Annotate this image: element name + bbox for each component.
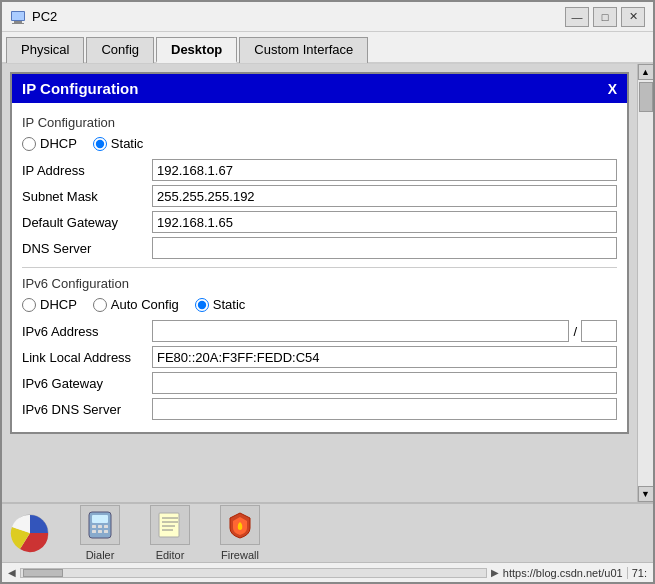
main-window: PC2 — □ ✕ Physical Config Desktop Custom… xyxy=(0,0,655,584)
firewall-svg xyxy=(225,510,255,540)
static-radio[interactable] xyxy=(93,137,107,151)
svg-rect-6 xyxy=(92,515,108,523)
status-url: https://blog.csdn.net/u01 xyxy=(503,567,623,579)
tool-stats[interactable] xyxy=(10,513,50,553)
dns-server-input[interactable] xyxy=(152,237,617,259)
tool-editor[interactable]: Editor xyxy=(150,505,190,561)
scroll-down-button[interactable]: ▼ xyxy=(638,486,654,502)
editor-label: Editor xyxy=(156,549,185,561)
svg-rect-13 xyxy=(159,513,179,537)
ipv6-static-label: Static xyxy=(213,297,246,312)
ipv6-radio-row: DHCP Auto Config Static xyxy=(22,297,617,312)
dialer-label: Dialer xyxy=(86,549,115,561)
static-radio-item[interactable]: Static xyxy=(93,136,144,151)
status-track xyxy=(20,568,487,578)
tab-desktop[interactable]: Desktop xyxy=(156,37,237,63)
scroll-up-button[interactable]: ▲ xyxy=(638,64,654,80)
ipv6-gateway-input[interactable] xyxy=(152,372,617,394)
dhcp-radio[interactable] xyxy=(22,137,36,151)
section2-label: IPv6 Configuration xyxy=(22,276,617,291)
link-local-input[interactable] xyxy=(152,346,617,368)
dhcp-label: DHCP xyxy=(40,136,77,151)
ipv6-dhcp-radio-item[interactable]: DHCP xyxy=(22,297,77,312)
status-scroll-right[interactable]: ▶ xyxy=(491,567,499,578)
static-label: Static xyxy=(111,136,144,151)
tab-bar: Physical Config Desktop Custom Interface xyxy=(2,32,653,64)
svg-rect-12 xyxy=(104,530,108,533)
ip-address-row: IP Address xyxy=(22,159,617,181)
status-thumb[interactable] xyxy=(23,569,63,577)
section1-label: IP Configuration xyxy=(22,115,617,130)
title-bar: PC2 — □ ✕ xyxy=(2,2,653,32)
close-button[interactable]: ✕ xyxy=(621,7,645,27)
bottom-toolbar: Dialer Editor xyxy=(2,502,653,562)
pie-chart-icon xyxy=(10,513,50,553)
minimize-button[interactable]: — xyxy=(565,7,589,27)
ipv6-static-radio[interactable] xyxy=(195,298,209,312)
default-gateway-label: Default Gateway xyxy=(22,215,152,230)
tool-dialer[interactable]: Dialer xyxy=(80,505,120,561)
ipv6-auto-radio[interactable] xyxy=(93,298,107,312)
ip-address-label: IP Address xyxy=(22,163,152,178)
svg-rect-10 xyxy=(92,530,96,533)
firewall-icon xyxy=(220,505,260,545)
ipv6-static-radio-item[interactable]: Static xyxy=(195,297,246,312)
ipv6-dns-row: IPv6 DNS Server xyxy=(22,398,617,420)
subnet-mask-row: Subnet Mask xyxy=(22,185,617,207)
svg-rect-2 xyxy=(12,23,24,24)
subnet-mask-label: Subnet Mask xyxy=(22,189,152,204)
ip-card-header: IP Configuration X xyxy=(12,74,627,103)
ipv6-prefix-input[interactable] xyxy=(581,320,617,342)
ip-address-input[interactable] xyxy=(152,159,617,181)
content-area: IP Configuration X IP Configuration DHCP xyxy=(2,64,653,502)
tab-custom-interface[interactable]: Custom Interface xyxy=(239,37,368,63)
ip-card-title: IP Configuration xyxy=(22,80,138,97)
tab-config[interactable]: Config xyxy=(86,37,154,63)
scroll-thumb[interactable] xyxy=(639,82,653,112)
ipv6-address-row: IPv6 Address / xyxy=(22,320,617,342)
ipv6-auto-radio-item[interactable]: Auto Config xyxy=(93,297,179,312)
default-gateway-input[interactable] xyxy=(152,211,617,233)
svg-rect-7 xyxy=(92,525,96,528)
svg-rect-3 xyxy=(12,12,24,20)
maximize-button[interactable]: □ xyxy=(593,7,617,27)
title-bar-left: PC2 xyxy=(10,9,57,25)
editor-svg xyxy=(155,510,185,540)
svg-rect-8 xyxy=(98,525,102,528)
status-num: 71: xyxy=(627,567,647,579)
dns-server-label: DNS Server xyxy=(22,241,152,256)
ip-radio-row: DHCP Static xyxy=(22,136,617,151)
ipv6-input-group: / xyxy=(152,320,617,342)
svg-rect-11 xyxy=(98,530,102,533)
dhcp-radio-item[interactable]: DHCP xyxy=(22,136,77,151)
status-bar: ◀ ▶ https://blog.csdn.net/u01 71: xyxy=(2,562,653,582)
ip-card-body: IP Configuration DHCP Static xyxy=(12,103,627,432)
dns-server-row: DNS Server xyxy=(22,237,617,259)
tool-firewall[interactable]: Firewall xyxy=(220,505,260,561)
dialer-icon xyxy=(80,505,120,545)
divider xyxy=(22,267,617,268)
ip-config-card: IP Configuration X IP Configuration DHCP xyxy=(10,72,629,434)
ipv6-dhcp-radio[interactable] xyxy=(22,298,36,312)
subnet-mask-input[interactable] xyxy=(152,185,617,207)
svg-rect-9 xyxy=(104,525,108,528)
status-scroll-left[interactable]: ◀ xyxy=(8,567,16,578)
ipv6-dns-input[interactable] xyxy=(152,398,617,420)
ipv6-slash: / xyxy=(571,324,579,339)
scroll-track xyxy=(638,80,653,486)
ipv6-address-input[interactable] xyxy=(152,320,569,342)
pc-icon xyxy=(10,9,26,25)
ipv6-auto-label: Auto Config xyxy=(111,297,179,312)
ip-card-close-button[interactable]: X xyxy=(608,81,617,97)
ipv6-dns-label: IPv6 DNS Server xyxy=(22,402,152,417)
ipv6-gateway-label: IPv6 Gateway xyxy=(22,376,152,391)
link-local-label: Link Local Address xyxy=(22,350,152,365)
ipv6-gateway-row: IPv6 Gateway xyxy=(22,372,617,394)
main-panel: IP Configuration X IP Configuration DHCP xyxy=(2,64,637,502)
title-bar-controls: — □ ✕ xyxy=(565,7,645,27)
scrollbar[interactable]: ▲ ▼ xyxy=(637,64,653,502)
tab-physical[interactable]: Physical xyxy=(6,37,84,63)
firewall-label: Firewall xyxy=(221,549,259,561)
dialer-svg xyxy=(85,510,115,540)
ipv6-address-label: IPv6 Address xyxy=(22,324,152,339)
